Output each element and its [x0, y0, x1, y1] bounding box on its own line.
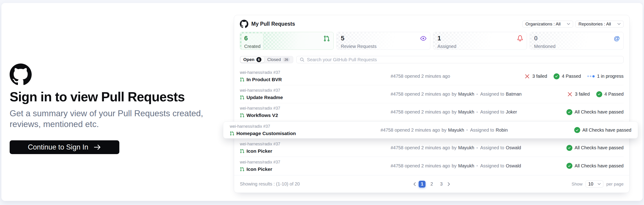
signin-subtitle-line2: reviews, mentioned etc.: [10, 119, 216, 130]
checks-all-passed: All Checks have passed: [566, 109, 624, 115]
stat-text: 6 Created: [242, 33, 263, 50]
per-page-control: Show 10 per page: [572, 181, 624, 188]
stat-created-label: Created: [244, 44, 260, 49]
pr-row-icon-picker-1[interactable]: wei-harness/radix #37 Icon Picker #4758 …: [240, 139, 624, 157]
chevron-down-icon: [567, 23, 570, 25]
dot-separator: [476, 111, 478, 113]
checks-in-progress-label: 1 in progress: [597, 74, 624, 79]
stat-text: 5 Review Requests: [338, 33, 380, 50]
pr-checks: All Checks have passed: [574, 127, 632, 133]
checks-all-passed-label: All Checks have passed: [575, 163, 624, 169]
chevron-down-icon: [618, 23, 620, 25]
stat-card-review-requests[interactable]: 5 Review Requests: [336, 32, 430, 50]
pr-row-update-readme[interactable]: wei-harness/radix #37 Update Readme #475…: [240, 85, 624, 103]
pr-title: In Product BVR: [246, 77, 282, 82]
tab-open[interactable]: Open 6: [240, 57, 264, 63]
checks-failed-label: 3 failed: [532, 74, 547, 79]
show-label: Show: [572, 182, 582, 187]
chevron-right-icon: [448, 182, 450, 186]
next-page-button[interactable]: [448, 182, 450, 186]
pr-title: Icon Picker: [246, 167, 272, 172]
pr-opened: #4758 opened 2 minutes ago: [390, 91, 450, 97]
signin-subtitle: Get a summary view of your Pull Requests…: [10, 108, 216, 130]
organizations-filter-label: Organizations : All: [525, 21, 560, 27]
repositories-filter-select[interactable]: Repositories : All: [576, 21, 624, 27]
checks-all-passed-label: All Checks have passed: [582, 128, 632, 133]
pr-opened: #4758 opened 2 minutes ago: [390, 109, 450, 115]
chevron-down-icon: [598, 183, 600, 185]
continue-sign-in-label: Continue to Sign In: [28, 143, 88, 151]
card-header: My Pull Requests Organizations : All Rep…: [234, 15, 629, 28]
tabs-and-search-row: Open 6 Closed 26: [234, 56, 629, 63]
pr-title: Homepage Customisation: [236, 131, 296, 136]
pagination: 1 2 3: [413, 181, 450, 188]
per-page-select[interactable]: 10: [586, 181, 604, 188]
organizations-filter-select[interactable]: Organizations : All: [522, 21, 573, 27]
pr-author: Mayukh: [458, 163, 474, 169]
checks-failed: 3 failed: [567, 91, 590, 97]
pr-assignee: Joker: [506, 109, 517, 115]
page-button-2[interactable]: 2: [428, 181, 435, 188]
git-pull-request-icon: [240, 113, 244, 118]
eye-icon: [420, 35, 426, 41]
pr-row-left: wei-harness/radix #37 Icon Picker: [240, 142, 390, 154]
pr-assignee: Batman: [506, 91, 522, 97]
checks-passed: 4 Passed: [596, 91, 624, 97]
open-closed-tab-group: Open 6 Closed 26: [240, 56, 293, 63]
signin-subtitle-line1: Get a summary view of your Pull Requests…: [10, 108, 216, 119]
pr-repo: wei-harness/radix #37: [230, 124, 376, 129]
x-failed-icon: [567, 91, 572, 97]
search-input[interactable]: [307, 57, 620, 62]
page-button-1[interactable]: 1: [418, 181, 426, 188]
pr-by-label: by: [442, 128, 446, 133]
stat-card-mentioned[interactable]: 0 Mentioned @: [530, 32, 624, 50]
checks-all-passed-label: All Checks have passed: [575, 109, 624, 115]
repositories-filter-label: Repositories : All: [578, 21, 611, 27]
git-pull-request-icon: [230, 131, 234, 136]
stat-card-created[interactable]: 6 Created: [240, 32, 334, 50]
stat-card-assigned[interactable]: 1 Assigned: [433, 32, 527, 50]
pr-row-left: wei-harness/radix #37 In Product BVR: [240, 70, 390, 82]
pr-row-icon-picker-2[interactable]: wei-harness/radix #37 Icon Picker #4758 …: [240, 157, 624, 175]
check-circle-icon: [554, 73, 560, 79]
arrow-right-icon: [94, 144, 101, 150]
pr-title: Update Readme: [246, 95, 283, 100]
search-icon: [300, 57, 304, 62]
continue-sign-in-button[interactable]: Continue to Sign In: [10, 140, 119, 154]
github-octocat-icon: [240, 20, 248, 28]
checks-all-passed: All Checks have passed: [566, 145, 624, 151]
tab-closed-label: Closed: [268, 57, 281, 62]
signin-heading: Sign in to view Pull Requests: [10, 89, 216, 104]
checks-passed-label: 4 Passed: [562, 74, 581, 79]
checks-in-progress: 1 in progress: [587, 74, 624, 79]
pr-row-homepage-customisation[interactable]: wei-harness/radix #37 Homepage Customisa…: [223, 122, 638, 139]
pr-assignee: Robin: [496, 128, 508, 133]
checks-passed-label: 4 Passed: [604, 91, 624, 97]
bell-icon: [517, 35, 523, 41]
pr-by-label: by: [452, 163, 456, 169]
card-footer: Showing results : (1-10) of 20 1 2 3 Sho…: [234, 175, 629, 193]
checks-all-passed-label: All Checks have passed: [575, 145, 624, 150]
stat-assigned-value: 1: [438, 35, 456, 41]
tab-closed[interactable]: Closed 26: [264, 57, 293, 63]
progress-dots-icon: [587, 75, 595, 77]
dot-separator: [476, 147, 478, 149]
pr-opened: #4758 opened 2 minutes ago: [380, 128, 440, 133]
pull-request-list: wei-harness/radix #37 In Product BVR #47…: [234, 67, 629, 175]
git-pull-request-icon: [324, 35, 330, 42]
pr-title: Icon Picker: [246, 148, 272, 154]
pr-row-workflows-v2[interactable]: wei-harness/radix #37 Workflows V2 #4758…: [240, 103, 624, 121]
pr-opened: #4758 opened 2 minutes ago: [390, 145, 450, 150]
pr-checks: 3 failed 4 Passed: [567, 91, 624, 97]
x-failed-icon: [524, 74, 530, 79]
at-mention-icon: @: [614, 35, 620, 41]
stats-row: 6 Created 5 Review Requests 1: [234, 32, 629, 50]
previous-page-button[interactable]: [413, 182, 416, 186]
pr-row-in-product-bvr[interactable]: wei-harness/radix #37 In Product BVR #47…: [240, 67, 624, 85]
check-circle-icon: [566, 109, 572, 115]
pr-assigned-label: Assigned to: [480, 109, 504, 115]
git-pull-request-icon: [240, 167, 244, 172]
pr-checks: 3 failed 4 Passed 1 in progress: [524, 73, 624, 79]
pr-assigned-label: Assigned to: [480, 145, 504, 150]
page-button-3[interactable]: 3: [438, 181, 445, 188]
